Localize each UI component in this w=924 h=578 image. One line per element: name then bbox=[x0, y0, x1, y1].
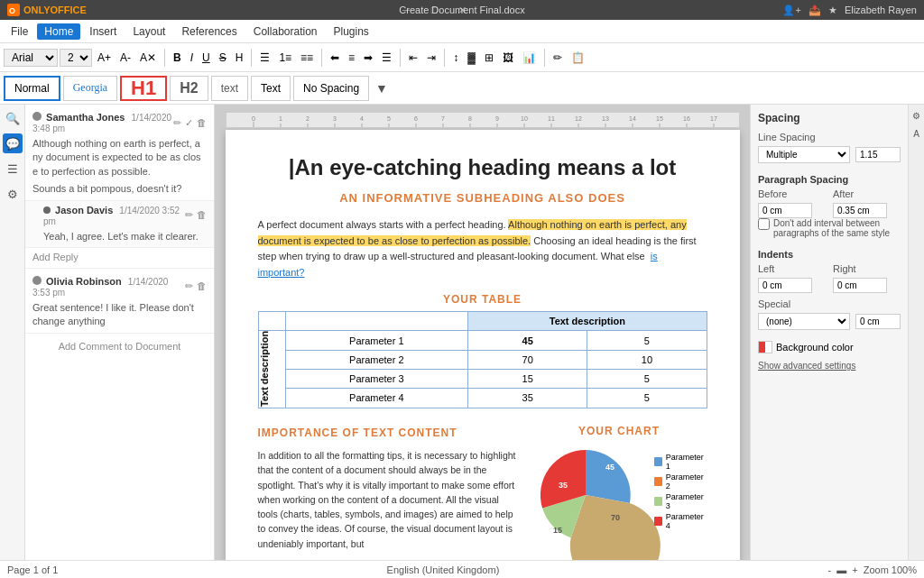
menu-home[interactable]: Home bbox=[37, 23, 80, 40]
legend-param1: Parameter 1 bbox=[654, 453, 707, 471]
after-input[interactable] bbox=[833, 203, 887, 218]
preset-normal[interactable]: Normal bbox=[4, 76, 60, 101]
indent-increase-button[interactable]: ⇥ bbox=[423, 50, 439, 65]
indents-section: Indents Left Right Special (none) First … bbox=[758, 249, 901, 330]
svg-text:11: 11 bbox=[548, 115, 555, 122]
reply-1-user: Jason Davis bbox=[55, 205, 113, 216]
svg-text:9: 9 bbox=[495, 115, 499, 122]
bookmark-icon[interactable]: ★ bbox=[828, 5, 837, 16]
align-left-button[interactable]: ⬅ bbox=[327, 50, 343, 65]
right-tab-settings[interactable]: ⚙ bbox=[910, 108, 924, 123]
zoom-in-button[interactable]: + bbox=[852, 564, 857, 575]
reply-1-delete-icon[interactable]: 🗑 bbox=[197, 209, 207, 221]
add-comment-button[interactable]: Add Comment to Document bbox=[25, 334, 214, 359]
preset-h2[interactable]: H2 bbox=[170, 76, 208, 101]
zoom-slider[interactable]: ▬ bbox=[836, 564, 846, 575]
document-area[interactable]: 0 1 2 3 4 5 6 7 8 bbox=[215, 105, 750, 560]
font-shrink-icon[interactable]: A- bbox=[116, 50, 134, 65]
user-add-icon[interactable]: 👤+ bbox=[782, 5, 800, 16]
highlight-button[interactable]: H bbox=[232, 50, 247, 65]
table-text-desc-header: Text description bbox=[468, 312, 707, 331]
comment-2-delete-icon[interactable]: 🗑 bbox=[197, 280, 207, 292]
align-center-button[interactable]: ≡ bbox=[345, 50, 358, 65]
svg-text:70: 70 bbox=[611, 513, 620, 522]
paste-button[interactable]: 📋 bbox=[568, 50, 588, 65]
color-swatch[interactable] bbox=[758, 341, 772, 353]
line-spacing-select[interactable]: Multiple Single 1.5 Lines Double bbox=[758, 146, 850, 163]
font-name-select[interactable]: Arial bbox=[4, 49, 58, 67]
font-size-select[interactable]: 20 bbox=[60, 49, 92, 67]
menu-plugins[interactable]: Plugins bbox=[327, 23, 376, 40]
document-page[interactable]: |An eye-catching heading means a lot AN … bbox=[226, 130, 740, 560]
preset-text[interactable]: text bbox=[211, 76, 248, 101]
dont-add-interval-checkbox[interactable] bbox=[758, 218, 770, 230]
align-right-button[interactable]: ➡ bbox=[360, 50, 376, 65]
reply-1-edit-icon[interactable]: ✏ bbox=[185, 209, 193, 221]
presets-scroll-down[interactable]: ▼ bbox=[372, 81, 392, 96]
list-number-button[interactable]: 1≡ bbox=[275, 50, 295, 65]
comment-1-reply: Jason Davis 1/14/2020 3:52 pm ✏ 🗑 Yeah, … bbox=[25, 201, 214, 248]
list-multi-button[interactable]: ≡≡ bbox=[297, 50, 317, 65]
menu-layout[interactable]: Layout bbox=[125, 23, 172, 40]
comment-2-edit-icon[interactable]: ✏ bbox=[185, 280, 193, 292]
legend-label-2: Parameter 2 bbox=[666, 472, 707, 491]
doc-chart-area: YOUR CHART bbox=[531, 425, 707, 551]
left-indent-input[interactable] bbox=[758, 278, 812, 293]
right-indent-input[interactable] bbox=[833, 278, 887, 293]
show-advanced-link[interactable]: Show advanced settings bbox=[758, 361, 901, 371]
doc-bottom-section: IMPORTANCE OF TEXT CONTENT In addition t… bbox=[258, 425, 707, 551]
menu-file[interactable]: File bbox=[4, 23, 35, 40]
right-tab-format[interactable]: A bbox=[910, 126, 924, 141]
is-important-link[interactable]: is important? bbox=[258, 251, 658, 278]
svg-text:15: 15 bbox=[553, 526, 562, 535]
menu-collaboration[interactable]: Collaboration bbox=[246, 23, 325, 40]
comment-1-delete-icon[interactable]: 🗑 bbox=[197, 117, 207, 129]
share-icon[interactable]: 📤 bbox=[808, 5, 821, 16]
sidebar-plugins-icon[interactable]: ⚙ bbox=[3, 184, 23, 204]
menu-insert[interactable]: Insert bbox=[82, 23, 124, 40]
clear-format-icon[interactable]: A✕ bbox=[136, 50, 160, 65]
insert-table-button[interactable]: ⊞ bbox=[481, 50, 497, 65]
svg-text:2: 2 bbox=[306, 115, 310, 122]
comment-1-note: Sounds a bit pompous, doesn't it? bbox=[32, 182, 207, 196]
preset-georgia[interactable]: Georgia bbox=[63, 76, 117, 101]
bold-button[interactable]: B bbox=[170, 50, 185, 65]
underline-button[interactable]: U bbox=[199, 50, 214, 65]
special-select[interactable]: (none) First line Hanging bbox=[758, 313, 850, 330]
data-table: Text description Text description Parame… bbox=[258, 311, 707, 408]
sidebar-search-icon[interactable]: 🔍 bbox=[3, 108, 23, 128]
comment-1-edit-icon[interactable]: ✏ bbox=[173, 117, 181, 129]
special-value-input[interactable] bbox=[855, 314, 901, 329]
legend-param4: Parameter 4 bbox=[654, 512, 707, 530]
table-row-4-col2: 35 bbox=[468, 389, 587, 408]
indent-decrease-button[interactable]: ⇤ bbox=[405, 50, 421, 65]
sidebar-comments-icon[interactable]: 💬 bbox=[3, 133, 23, 153]
dont-add-interval-row: Don't add interval between paragraphs of… bbox=[758, 218, 901, 238]
preset-h1[interactable]: H1 bbox=[120, 76, 167, 101]
legend-dot-4 bbox=[654, 517, 662, 526]
add-reply-button[interactable]: Add Reply bbox=[32, 252, 79, 262]
italic-button[interactable]: I bbox=[187, 50, 197, 65]
zoom-out-button[interactable]: - bbox=[828, 564, 832, 575]
preset-text2[interactable]: Text bbox=[251, 76, 291, 101]
line-spacing-value-input[interactable] bbox=[855, 147, 901, 162]
insert-image-button[interactable]: 🖼 bbox=[499, 50, 517, 65]
list-bullet-button[interactable]: ☰ bbox=[256, 50, 273, 65]
menu-references[interactable]: References bbox=[174, 23, 244, 40]
strikethrough-button[interactable]: S bbox=[216, 50, 230, 65]
doc-body-2: In addition to all the formatting tips, … bbox=[258, 448, 519, 551]
insert-chart-button[interactable]: 📊 bbox=[519, 50, 540, 65]
shading-button[interactable]: ▓ bbox=[464, 50, 479, 65]
comment-1-user: Samantha Jones bbox=[46, 112, 125, 123]
font-grow-icon[interactable]: A+ bbox=[94, 50, 115, 65]
preset-nospacing[interactable]: No Spacing bbox=[293, 76, 369, 101]
sidebar-navigation-icon[interactable]: ☰ bbox=[3, 159, 23, 179]
line-spacing-button[interactable]: ↕ bbox=[449, 50, 462, 65]
table-row-2-col3: 10 bbox=[587, 350, 707, 369]
copy-style-button[interactable]: ✏ bbox=[550, 50, 566, 65]
comment-2-user: Olivia Robinson bbox=[46, 276, 122, 287]
comment-1-check-icon[interactable]: ✓ bbox=[185, 117, 193, 129]
right-panel: Spacing Line Spacing Multiple Single 1.5… bbox=[750, 105, 908, 560]
align-justify-button[interactable]: ☰ bbox=[378, 50, 395, 65]
before-input[interactable] bbox=[758, 203, 812, 218]
